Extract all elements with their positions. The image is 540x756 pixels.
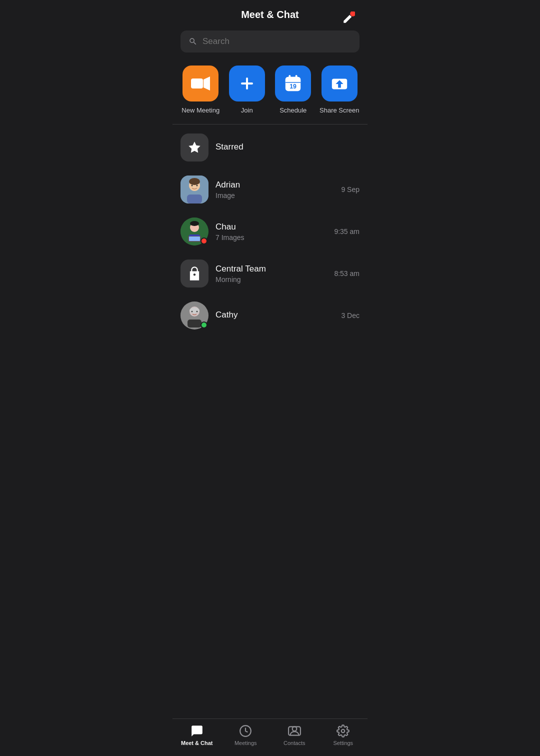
join-icon-box xyxy=(229,66,265,102)
page-title: Meet & Chat xyxy=(241,9,299,20)
svg-rect-9 xyxy=(286,82,300,82)
svg-text:19: 19 xyxy=(290,83,296,90)
starred-info: Starred xyxy=(216,142,360,154)
star-icon xyxy=(188,140,202,154)
chau-info: Chau 7 Images xyxy=(216,222,327,242)
svg-rect-0 xyxy=(191,78,203,88)
svg-point-18 xyxy=(192,185,193,186)
video-camera-icon xyxy=(191,76,210,90)
adrian-avatar-svg xyxy=(180,176,208,204)
chat-item-adrian[interactable]: Adrian Image 9 Sep xyxy=(172,168,368,210)
central-team-avatar-wrap xyxy=(180,260,208,288)
chat-item-cathy[interactable]: Cathy 3 Dec xyxy=(172,294,368,336)
cathy-avatar-wrap xyxy=(180,302,208,330)
svg-marker-1 xyxy=(204,76,210,90)
adrian-avatar xyxy=(180,176,208,204)
chat-item-starred[interactable]: Starred xyxy=(172,126,368,168)
new-meeting-icon-box xyxy=(182,66,218,102)
chau-preview: 7 Images xyxy=(216,234,327,242)
svg-rect-7 xyxy=(289,75,291,79)
cathy-name: Cathy xyxy=(216,310,334,320)
chau-avatar-wrap xyxy=(180,218,208,246)
svg-rect-3 xyxy=(241,82,253,84)
central-team-time: 8:53 am xyxy=(334,270,360,278)
plus-icon xyxy=(239,76,255,92)
svg-rect-17 xyxy=(187,194,202,204)
lock-icon xyxy=(188,266,202,282)
svg-point-31 xyxy=(196,311,198,312)
edit-button[interactable] xyxy=(340,9,358,27)
svg-rect-8 xyxy=(296,75,298,79)
header: Meet & Chat xyxy=(172,0,368,26)
schedule-button[interactable]: 19 Schedule xyxy=(273,66,313,114)
starred-avatar-wrap xyxy=(180,134,208,162)
chat-item-chau[interactable]: Chau 7 Images 9:35 am xyxy=(172,210,368,252)
starred-avatar xyxy=(180,134,208,162)
chau-recording-dot xyxy=(200,238,208,244)
join-button[interactable]: Join xyxy=(227,66,267,114)
cathy-time: 3 Dec xyxy=(341,312,360,320)
starred-name: Starred xyxy=(216,142,360,152)
search-container xyxy=(172,26,368,60)
central-team-name: Central Team xyxy=(216,264,327,274)
search-bar[interactable] xyxy=(180,30,360,52)
share-screen-button[interactable]: Share Screen xyxy=(320,66,360,114)
central-team-preview: Morning xyxy=(216,276,327,284)
cathy-info: Cathy xyxy=(216,310,334,322)
chat-list: Starred xyxy=(172,126,368,336)
schedule-icon-box: 19 xyxy=(275,66,311,102)
schedule-label: Schedule xyxy=(280,106,306,114)
svg-point-22 xyxy=(190,221,199,226)
svg-point-30 xyxy=(192,311,193,312)
svg-point-28 xyxy=(190,308,200,314)
share-screen-icon xyxy=(330,74,349,93)
adrian-time: 9 Sep xyxy=(341,186,360,194)
adrian-name: Adrian xyxy=(216,180,334,190)
chau-time: 9:35 am xyxy=(334,228,360,236)
new-meeting-label: New Meeting xyxy=(182,106,220,114)
section-divider xyxy=(172,124,368,124)
chat-item-central-team[interactable]: Central Team Morning 8:53 am xyxy=(172,252,368,294)
calendar-icon: 19 xyxy=(284,74,302,93)
join-label: Join xyxy=(241,106,253,114)
notification-dot xyxy=(350,12,355,16)
adrian-avatar-wrap xyxy=(180,176,208,204)
new-meeting-button[interactable]: New Meeting xyxy=(180,66,220,114)
search-icon xyxy=(188,37,198,46)
svg-point-19 xyxy=(196,185,198,186)
adrian-preview: Image xyxy=(216,192,334,200)
action-grid: New Meeting Join 19 Schedule xyxy=(172,60,368,124)
svg-rect-25 xyxy=(189,236,200,241)
edit-icon xyxy=(342,12,355,24)
central-team-avatar xyxy=(180,260,208,288)
svg-point-16 xyxy=(189,178,200,185)
central-team-info: Central Team Morning xyxy=(216,264,327,284)
chau-name: Chau xyxy=(216,222,327,232)
share-screen-icon-box xyxy=(322,66,358,102)
adrian-info: Adrian Image xyxy=(216,180,334,200)
svg-rect-29 xyxy=(188,320,202,328)
share-screen-label: Share Screen xyxy=(320,106,360,114)
search-input[interactable] xyxy=(202,36,352,46)
cathy-online-dot xyxy=(200,322,208,328)
